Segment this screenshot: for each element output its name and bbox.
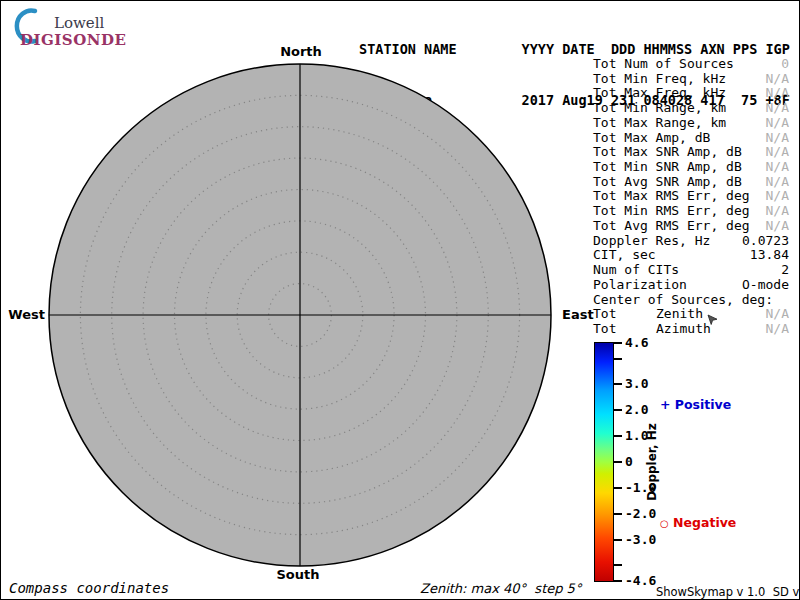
stats-row: Tot Max Freq, kHzN/A: [593, 86, 789, 101]
colorbar-tick-label: 3.0: [625, 376, 667, 391]
stats-row: Tot Num of Sources0: [593, 57, 789, 72]
stat-label: Center of Sources, deg:: [593, 293, 773, 308]
stat-value: N/A: [766, 72, 789, 87]
stats-row: Doppler Res, Hz0.0723: [593, 234, 789, 249]
legend-negative: ○ Negative: [660, 515, 736, 530]
stat-label: Tot: [593, 322, 616, 337]
colorbar-tick: [614, 487, 622, 489]
colorbar-tick: [614, 564, 622, 566]
stat-label: Tot Max Freq, kHz: [593, 86, 726, 101]
stat-label: Tot Num of Sources: [593, 57, 734, 72]
stat-label: Tot Avg RMS Err, deg: [593, 219, 750, 234]
digisonde-logo: Lowell DIGISONDE: [7, 5, 237, 49]
stat-label: Tot Max SNR Amp, dB: [593, 145, 742, 160]
legend-positive-label: Positive: [675, 397, 731, 412]
logo-digisonde-text: DIGISONDE: [20, 31, 126, 49]
stat-value: N/A: [766, 86, 789, 101]
stat-value: N/A: [766, 219, 789, 234]
colorbar-tick: [614, 342, 622, 344]
stat-value: N/A: [766, 145, 789, 160]
stat-label: CIT, sec: [593, 248, 656, 263]
mouse-cursor-icon: [707, 314, 718, 326]
stats-row: Tot Min RMS Err, degN/A: [593, 204, 789, 219]
stats-row: Tot Avg SNR Amp, dBN/A: [593, 175, 789, 190]
stat-value: O-mode: [742, 278, 789, 293]
stats-panel: Tot Num of Sources0Tot Min Freq, kHzN/AT…: [593, 57, 789, 337]
colorbar-tick: [614, 539, 622, 541]
compass-label-north: North: [273, 44, 329, 59]
compass-label-east: East: [562, 307, 594, 322]
coordinate-system-label: Compass coordinates: [9, 580, 169, 596]
colorbar-tick: [614, 513, 622, 515]
skymap-plot: [45, 60, 555, 570]
stat-value: 13.84: [750, 248, 789, 263]
stat-label: Tot Min SNR Amp, dB: [593, 160, 742, 175]
stat-label: Tot Min Range, km: [593, 101, 726, 116]
stat-label: Tot: [593, 307, 616, 322]
colorbar-tick: [614, 435, 622, 437]
stat-label: Tot Min Freq, kHz: [593, 72, 726, 87]
stats-row: Tot Min Range, kmN/A: [593, 101, 789, 116]
circle-marker-icon: ○: [660, 518, 669, 529]
stat-value: N/A: [766, 322, 789, 337]
stat-value: N/A: [766, 116, 789, 131]
stats-row: Center of Sources, deg:: [593, 293, 789, 308]
stat-value: N/A: [766, 307, 789, 322]
stats-row: Tot Max SNR Amp, dBN/A: [593, 145, 789, 160]
stat-sublabel: Zenith: [656, 307, 703, 322]
stats-row: Num of CITs2: [593, 263, 789, 278]
colorbar-tick: [614, 383, 622, 385]
colorbar-tick: [614, 461, 622, 463]
compass-label-west: West: [5, 307, 45, 322]
stat-label: Tot Max RMS Err, deg: [593, 189, 750, 204]
stat-label: Tot Max Range, km: [593, 116, 726, 131]
stat-value: N/A: [766, 189, 789, 204]
plus-marker-icon: +: [660, 397, 670, 412]
stat-label: Doppler Res, Hz: [593, 234, 710, 249]
stat-value: N/A: [766, 101, 789, 116]
stat-value: 2: [781, 263, 789, 278]
stats-row: TotZenithN/A: [593, 307, 789, 322]
stat-value: 0.0723: [742, 234, 789, 249]
stat-label: Polarization: [593, 278, 687, 293]
zenith-range-label: Zenith: max 40° step 5°: [420, 581, 581, 596]
logo-lowell-text: Lowell: [54, 14, 104, 32]
colorbar-tick: [614, 358, 622, 360]
legend-positive: + Positive: [660, 397, 731, 412]
stats-row: CIT, sec13.84: [593, 248, 789, 263]
doppler-colorbar: 4.63.02.01.00-1.0-2.0-3.0-4.6: [594, 342, 614, 582]
stats-row: Tot Max RMS Err, degN/A: [593, 189, 789, 204]
version-label: ShowSkymap v 1.0 SD v 4.2: [656, 585, 800, 599]
stats-row: Tot Min Freq, kHzN/A: [593, 72, 789, 87]
stat-label: Tot Min RMS Err, deg: [593, 204, 750, 219]
colorbar-tick-label: -3.0: [625, 532, 667, 547]
stat-value: N/A: [766, 160, 789, 175]
stats-row: Tot Max Range, kmN/A: [593, 116, 789, 131]
stats-row: Tot Max Amp, dBN/A: [593, 131, 789, 146]
colorbar-tick: [614, 580, 622, 582]
colorbar-tick: [614, 409, 622, 411]
colorbar-axis-title: Doppler, Hz: [645, 423, 659, 501]
stat-value: N/A: [766, 204, 789, 219]
stat-label: Num of CITs: [593, 263, 679, 278]
stat-label: Tot Avg SNR Amp, dB: [593, 175, 742, 190]
stats-row: PolarizationO-mode: [593, 278, 789, 293]
stat-value: N/A: [766, 131, 789, 146]
stat-value: N/A: [766, 175, 789, 190]
stat-value: 0: [781, 57, 789, 72]
stat-label: Tot Max Amp, dB: [593, 131, 710, 146]
stats-row: Tot Avg RMS Err, degN/A: [593, 219, 789, 234]
colorbar-tick-label: 4.6: [625, 335, 667, 350]
legend-negative-label: Negative: [673, 515, 736, 530]
stats-row: TotAzimuthN/A: [593, 322, 789, 337]
showskymap-window: Lowell DIGISONDE STATION NAME YYYY DATE …: [0, 0, 800, 600]
stats-row: Tot Min SNR Amp, dBN/A: [593, 160, 789, 175]
